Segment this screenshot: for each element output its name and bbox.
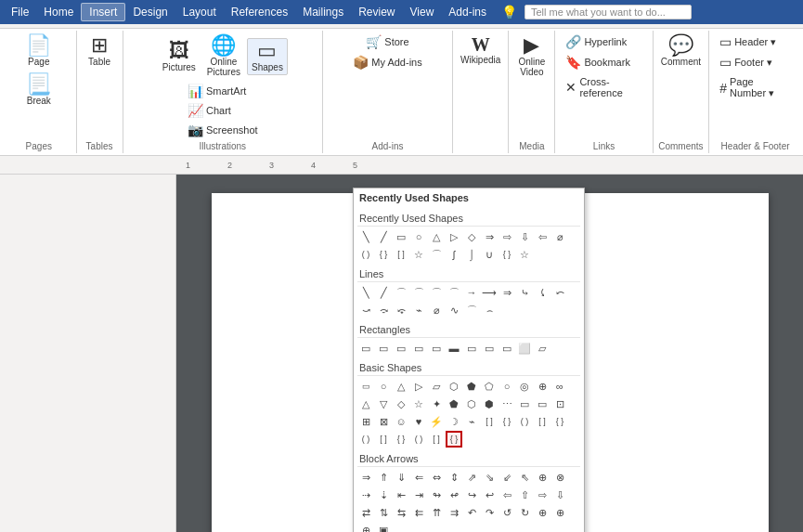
shape-item[interactable]: ╱ (375, 228, 392, 245)
shape-item[interactable]: [ ] (534, 413, 550, 430)
shape-item[interactable]: ▭ (393, 228, 409, 245)
shape-item[interactable]: ⇩ (516, 228, 533, 245)
shape-item[interactable]: ▱ (534, 340, 550, 357)
shape-item[interactable]: ○ (499, 378, 515, 395)
shape-item[interactable]: ▭ (357, 340, 374, 357)
shape-item[interactable]: ⇅ (375, 504, 392, 521)
shape-item[interactable]: ⇧ (516, 487, 533, 503)
shape-item[interactable]: ⇢ (357, 487, 374, 503)
myadd-ins-btn[interactable]: 📦 My Add-ins (348, 53, 426, 71)
menu-references[interactable]: References (224, 4, 295, 20)
shape-item[interactable]: ⇕ (446, 469, 462, 486)
shape-item[interactable]: ⊕ (551, 504, 568, 521)
shape-item[interactable]: ⇨ (534, 487, 550, 503)
shape-item[interactable]: ○ (410, 228, 427, 245)
shapes-btn[interactable]: ▭ Shapes (247, 38, 288, 75)
shape-item[interactable]: ⇦ (499, 487, 515, 503)
online-pictures-btn[interactable]: 🌐 OnlinePictures (202, 32, 245, 80)
shape-item[interactable]: ⊠ (375, 413, 392, 430)
menu-insert[interactable]: Insert (81, 3, 125, 21)
shape-item[interactable]: ◇ (393, 396, 409, 412)
shape-item[interactable]: ⬢ (481, 396, 498, 412)
chart-btn[interactable]: 📈 Chart (183, 101, 263, 120)
shape-item[interactable]: ⇇ (410, 504, 427, 521)
shape-item[interactable]: ▣ (375, 522, 392, 532)
shape-item[interactable]: ⇦ (534, 228, 550, 245)
shape-item[interactable]: ⌒ (410, 284, 427, 301)
shape-item[interactable]: ▭ (516, 396, 533, 412)
shape-item[interactable]: ∪ (481, 246, 498, 263)
shape-item[interactable]: ╲ (357, 284, 374, 301)
menu-view[interactable]: View (403, 4, 442, 20)
shape-item[interactable]: ○ (375, 378, 392, 395)
shape-item[interactable]: ⇩ (551, 487, 568, 503)
shape-item[interactable]: △ (357, 396, 374, 412)
shape-item[interactable]: ⤷ (516, 284, 533, 301)
shape-item[interactable]: ( ) (357, 246, 374, 263)
shape-item[interactable]: ⇔ (428, 469, 445, 486)
bookmark-btn[interactable]: 🔖 Bookmark (561, 53, 635, 71)
shape-item[interactable]: ↺ (499, 504, 515, 521)
page-number-btn[interactable]: # Page Number ▾ (715, 73, 796, 102)
shape-item[interactable]: ▭ (463, 340, 480, 357)
shape-item[interactable]: ∞ (551, 378, 568, 395)
shape-item[interactable]: ⇄ (357, 504, 374, 521)
menu-design[interactable]: Design (125, 4, 175, 20)
shape-item[interactable]: ⊗ (551, 469, 568, 486)
shape-item[interactable]: ▱ (428, 378, 445, 395)
shape-item[interactable]: ⬟ (463, 378, 480, 395)
shape-item[interactable]: ⌡ (463, 246, 480, 263)
shape-item[interactable]: ☆ (516, 246, 533, 263)
shape-item[interactable]: ⬜ (516, 340, 533, 357)
menu-mailings[interactable]: Mailings (295, 4, 351, 20)
shape-item[interactable]: ⇤ (393, 487, 409, 503)
shape-item[interactable]: ⇆ (393, 504, 409, 521)
shape-item[interactable]: ⌀ (428, 302, 445, 318)
store-btn[interactable]: 🛒 Store (361, 32, 413, 51)
wikipedia-btn[interactable]: W Wikipedia (456, 32, 505, 68)
shape-item[interactable]: ⌒ (393, 284, 409, 301)
shape-item[interactable]: ⇖ (516, 469, 533, 486)
shape-item[interactable]: ↻ (516, 504, 533, 521)
shape-item[interactable]: ⊕ (534, 378, 550, 395)
shape-item[interactable]: ▭ (534, 396, 550, 412)
shape-item[interactable]: ⤻ (357, 302, 374, 318)
shape-item[interactable]: ◇ (463, 228, 480, 245)
shape-item[interactable]: ▭ (410, 340, 427, 357)
shape-item[interactable]: ⇨ (499, 228, 515, 245)
shape-item[interactable]: ↷ (481, 504, 498, 521)
shape-item[interactable]: → (463, 284, 480, 301)
shape-item[interactable]: ⌁ (410, 302, 427, 318)
shape-item[interactable]: { } (551, 413, 568, 430)
shape-item[interactable]: ⌒ (446, 284, 462, 301)
shape-item[interactable]: ⌀ (551, 228, 568, 245)
shape-item[interactable]: ↶ (463, 504, 480, 521)
menu-file[interactable]: File (4, 4, 36, 20)
shape-item[interactable]: ▷ (410, 378, 427, 395)
page-btn[interactable]: 📄 Page (21, 32, 56, 70)
comment-btn[interactable]: 💬 Comment (656, 32, 706, 70)
break-btn[interactable]: 📃 Break (21, 71, 56, 109)
online-video-btn[interactable]: ▶ OnlineVideo (513, 32, 550, 80)
shape-item[interactable]: ⋯ (499, 396, 515, 412)
shape-item[interactable]: ✦ (428, 396, 445, 412)
shape-item[interactable]: [ ] (428, 431, 445, 448)
shape-item[interactable]: ⊡ (551, 396, 568, 412)
shape-item[interactable]: ▷ (446, 228, 462, 245)
shape-item[interactable]: ⇥ (410, 487, 427, 503)
shape-item[interactable]: ⌢ (481, 302, 498, 318)
shape-item[interactable]: ▽ (375, 396, 392, 412)
shape-item[interactable]: { } (393, 431, 409, 448)
shape-item[interactable]: ♥ (410, 413, 427, 430)
shape-item[interactable]: ⇒ (481, 228, 498, 245)
shape-item[interactable]: ▭ (357, 378, 374, 395)
shape-item[interactable]: △ (428, 228, 445, 245)
shape-item[interactable]: { } (375, 246, 392, 263)
shape-item[interactable]: ⟶ (481, 284, 498, 301)
shape-item[interactable]: ⤽ (393, 302, 409, 318)
shape-item[interactable]: ⇑ (375, 469, 392, 486)
footer-btn[interactable]: ▭ Footer ▾ (715, 53, 777, 71)
menu-layout[interactable]: Layout (175, 4, 224, 20)
menu-home[interactable]: Home (36, 4, 81, 20)
shape-item[interactable]: ☺ (393, 413, 409, 430)
